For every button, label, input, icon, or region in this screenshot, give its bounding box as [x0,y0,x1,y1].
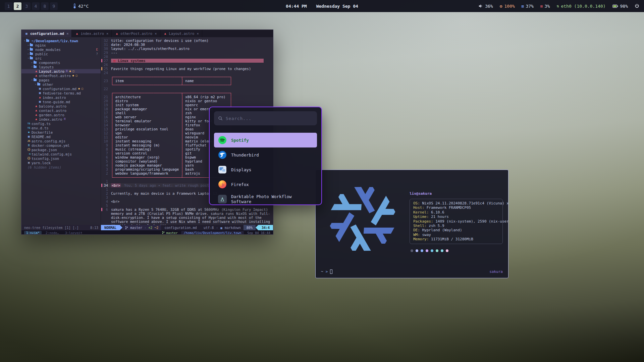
fetch-user-host: liv@sakura [410,191,503,196]
app-item-label: Displays [231,167,251,172]
tree-item-astro-config-mjs[interactable]: astro.config.mjs [21,139,101,143]
tree-item-index-astro[interactable]: index.astroH [21,117,101,121]
tree-item-label: docker-compose.yml [32,143,70,147]
tree-item-label: node_modules [35,48,61,52]
statusline-right: utf-8 markdown [201,225,244,230]
tab-configuration-md[interactable]: configuration.md [21,30,72,37]
close-icon[interactable] [106,32,108,36]
tree-item-label: src [35,56,42,60]
close-icon[interactable] [66,32,68,36]
tree-item-components[interactable]: ▸components [21,60,101,65]
memory-module[interactable]: ▥ 37% [522,4,534,9]
editor-line: 22 [101,87,273,91]
volume-module[interactable]: 36% [479,4,493,9]
workspace-4[interactable]: 4 [32,2,40,10]
fetch-row-de: DE: Hyprland (Wayland) [413,228,499,232]
temperature-module[interactable]: 42°C [73,3,89,9]
tree-item-label: other [43,82,53,86]
shell-prompt[interactable]: ~ > [321,269,332,274]
filetype-label: markdown [225,226,241,230]
status-badge: ● [78,87,80,90]
tree-item-label: tone-guide.md [43,100,70,104]
tree-item-garden-astro[interactable]: garden.astro [21,113,101,117]
tmux-window-3-lazygit[interactable]: 3:lazygit [63,231,84,235]
tree-item-tsconfig-json[interactable]: tsconfig.json [21,156,101,161]
brightness-module[interactable]: ⚙ 100% [500,4,515,9]
tree-item-nginx[interactable]: ▸nginx [21,43,101,47]
tree-item-env-d-ts[interactable]: env.d.ts [21,126,101,130]
network-module[interactable]: ⇅ eth0 (10.0.0.140) [556,4,605,9]
tree-item-layouts[interactable]: ▾layouts [21,65,101,69]
speaker-icon [479,4,483,8]
workspace-8[interactable]: 8 [41,2,49,10]
close-icon[interactable] [154,32,157,36]
tab-otherpost-astro[interactable]: otherPost.astro [112,30,160,37]
tmux-datetime: Sep 04 16:44 [247,231,270,235]
close-icon[interactable] [196,32,199,36]
tab-index-astro[interactable]: index.astro [72,30,112,37]
tree-item-otherpost-astro[interactable]: otherPost.astro●□ [21,73,101,78]
tree-item-index-astro[interactable]: index.astro [21,95,101,100]
tree-item-dockerfile[interactable]: Dockerfile [21,130,101,134]
tree-item-contact-astro[interactable]: contact.astro [21,108,101,113]
color-dot [436,249,438,252]
status-badge: H [66,70,68,73]
editor-line: ┌────────────────────────────────┬──────… [101,75,273,79]
tree-item-balcony-astro[interactable]: balcony.astro [21,104,101,108]
tree-item-development-liv-town[interactable]: ▾~/Development/liv.town [21,39,101,43]
tab-layout-astro[interactable]: Layout.astro [160,30,202,37]
tree-item-src[interactable]: ▾src [21,56,101,60]
fetch-row-memory: Memory: 11731MiB / 31280MiB [413,237,499,241]
cpu-module[interactable]: ▦ 3% [540,4,550,9]
app-item-displays[interactable]: Displays [214,162,317,177]
tree-item-pages[interactable]: ▾pages [21,78,101,82]
terminal-window[interactable]: liv@sakura OS: NixOS 24.11.20240828.71e9… [315,170,508,278]
tree-item-tone-guide-md[interactable]: tone-guide.md [21,100,101,104]
app-item-firefox[interactable]: Firefox [214,177,317,192]
tree-item-package-json[interactable]: package.json [21,147,101,152]
status-badge: ● [72,74,74,77]
tree-item-label: otherPost.astro [39,74,71,78]
search-input[interactable] [226,116,313,121]
editor-line: 21│ architecture │ x86_64 (rip m2 pro) │ [101,95,273,99]
workspace-9[interactable]: 9 [50,2,58,10]
tree-item-yarn-lock[interactable]: yarn.lock [21,161,101,165]
editor-line: 29--- [101,51,273,55]
editor-line: 24 [101,71,273,75]
prompt-char: > [326,269,328,274]
tree-item-config-ts[interactable]: config.ts [21,121,101,126]
battery-module[interactable]: 98% [612,4,628,9]
power-button[interactable] [635,4,639,8]
tree-item-readme-md[interactable]: README.md [21,134,101,139]
tree-item-tailwind-config-mjs[interactable]: tailwind.config.mjs [21,152,101,156]
book-icon [113,59,115,63]
tree-item-6-hidden-items[interactable]: (6 hidden items) [21,165,101,169]
tree-item-node-modules[interactable]: ▸node_modulesE [21,47,101,52]
fetch-row-packages: Packages: 1409 (nix-system), 2590 (nix-u… [413,219,499,224]
ts-file-icon [27,122,31,125]
tree-item-docker-compose-yml[interactable]: docker-compose.yml [21,143,101,147]
tree-item-configuration-md[interactable]: configuration.md●□ [21,86,101,91]
tree-item-other[interactable]: ▾other [21,82,101,86]
chevron-right-icon: ▸ [27,52,30,55]
tmux-window-2-node[interactable]: 2:node… [44,231,61,235]
folder-icon [34,61,37,64]
docker-file-icon [27,131,31,134]
fetch-info: liv@sakura OS: NixOS 24.11.20240828.71e9… [410,191,503,260]
workspace-2[interactable]: 2 [14,2,21,10]
app-item-thunderbird[interactable]: Thunderbird [214,147,317,162]
tmux-window-1-nvim[interactable]: 1:nvim* [24,231,42,235]
workspace-1[interactable]: 1 [5,2,12,10]
powerline-separator [120,225,122,230]
git-branch-name: master [130,226,142,230]
workspace-3[interactable]: 3 [23,2,31,10]
search-box[interactable] [214,111,317,125]
astro-file-icon [75,32,79,35]
tree-item-public[interactable]: ▸public? [21,52,101,56]
app-item-spotify[interactable]: Spotify [214,133,317,147]
app-item-darktable-photo-workflow-software[interactable]: Darktable Photo Workflow Software [214,192,317,205]
tree-item-fediverse-terms-md[interactable]: fediverse-terms.md [21,91,101,95]
file-tree: ▾~/Development/liv.town▸nginx▸node_modul… [21,37,101,225]
tree-item-layout-astro[interactable]: Layout.astroH●□ [21,69,101,73]
app-launcher: SpotifyThunderbirdDisplaysFirefoxDarktab… [209,107,322,205]
